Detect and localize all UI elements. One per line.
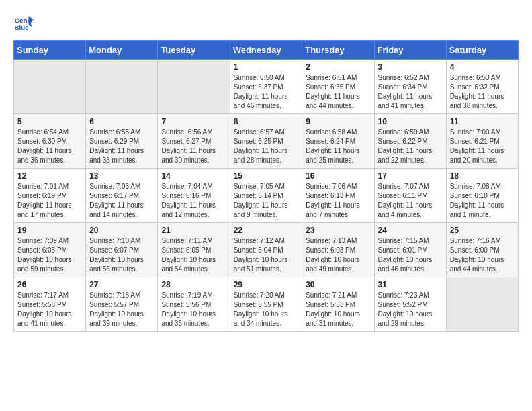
calendar-cell: 1 Sunrise: 6:50 AMSunset: 6:37 PMDayligh… [230, 60, 302, 114]
calendar-cell: 15 Sunrise: 7:05 AMSunset: 6:14 PMDaylig… [230, 169, 302, 223]
calendar-cell: 10 Sunrise: 6:59 AMSunset: 6:22 PMDaylig… [374, 114, 446, 169]
cell-content: Sunrise: 7:16 AMSunset: 6:00 PMDaylight:… [450, 236, 515, 274]
calendar-cell: 14 Sunrise: 7:04 AMSunset: 6:16 PMDaylig… [158, 169, 230, 223]
cell-content: Sunrise: 7:08 AMSunset: 6:10 PMDaylight:… [450, 182, 515, 220]
day-number: 18 [450, 171, 515, 181]
calendar-cell: 4 Sunrise: 6:53 AMSunset: 6:32 PMDayligh… [446, 60, 518, 114]
calendar-cell: 12 Sunrise: 7:01 AMSunset: 6:19 PMDaylig… [14, 169, 86, 223]
day-number: 26 [17, 280, 82, 289]
day-number: 14 [161, 171, 226, 181]
calendar-week-4: 19 Sunrise: 7:09 AMSunset: 6:08 PMDaylig… [14, 223, 519, 277]
day-number: 20 [89, 226, 154, 235]
calendar-cell: 20 Sunrise: 7:10 AMSunset: 6:07 PMDaylig… [86, 223, 158, 277]
cell-content: Sunrise: 7:21 AMSunset: 5:53 PMDaylight:… [306, 291, 370, 328]
cell-content: Sunrise: 7:20 AMSunset: 5:55 PMDaylight:… [234, 291, 299, 328]
day-number: 31 [378, 280, 443, 289]
day-number: 19 [17, 226, 82, 235]
day-number: 10 [378, 117, 443, 126]
calendar-cell [86, 60, 158, 114]
cell-content: Sunrise: 6:51 AMSunset: 6:35 PMDaylight:… [306, 73, 370, 111]
calendar-cell [14, 60, 86, 114]
weekday-header-sunday: Sunday [14, 41, 86, 60]
calendar-cell: 27 Sunrise: 7:18 AMSunset: 5:57 PMDaylig… [86, 277, 158, 332]
calendar-cell: 8 Sunrise: 6:57 AMSunset: 6:25 PMDayligh… [230, 114, 302, 169]
day-number: 8 [234, 117, 299, 126]
day-number: 12 [17, 171, 82, 181]
cell-content: Sunrise: 6:54 AMSunset: 6:30 PMDaylight:… [17, 128, 82, 165]
cell-content: Sunrise: 6:50 AMSunset: 6:37 PMDaylight:… [234, 73, 299, 111]
day-number: 9 [306, 117, 370, 126]
day-number: 21 [161, 226, 226, 235]
cell-content: Sunrise: 7:23 AMSunset: 5:52 PMDaylight:… [378, 291, 443, 328]
calendar-cell: 17 Sunrise: 7:07 AMSunset: 6:11 PMDaylig… [374, 169, 446, 223]
cell-content: Sunrise: 7:12 AMSunset: 6:04 PMDaylight:… [234, 236, 299, 274]
calendar-cell: 11 Sunrise: 7:00 AMSunset: 6:21 PMDaylig… [446, 114, 518, 169]
calendar-cell: 31 Sunrise: 7:23 AMSunset: 5:52 PMDaylig… [374, 277, 446, 332]
calendar-cell: 25 Sunrise: 7:16 AMSunset: 6:00 PMDaylig… [446, 223, 518, 277]
calendar-cell [158, 60, 230, 114]
calendar-cell: 28 Sunrise: 7:19 AMSunset: 5:56 PMDaylig… [158, 277, 230, 332]
calendar-cell: 29 Sunrise: 7:20 AMSunset: 5:55 PMDaylig… [230, 277, 302, 332]
day-number: 5 [17, 117, 82, 126]
weekday-header-tuesday: Tuesday [158, 41, 230, 60]
day-number: 22 [234, 226, 299, 235]
day-number: 30 [306, 280, 370, 289]
day-number: 11 [450, 117, 515, 126]
calendar-cell: 30 Sunrise: 7:21 AMSunset: 5:53 PMDaylig… [302, 277, 374, 332]
cell-content: Sunrise: 7:07 AMSunset: 6:11 PMDaylight:… [378, 182, 443, 220]
calendar-week-2: 5 Sunrise: 6:54 AMSunset: 6:30 PMDayligh… [14, 114, 519, 169]
calendar-week-1: 1 Sunrise: 6:50 AMSunset: 6:37 PMDayligh… [14, 60, 519, 114]
calendar-cell: 3 Sunrise: 6:52 AMSunset: 6:34 PMDayligh… [374, 60, 446, 114]
day-number: 2 [306, 62, 370, 72]
day-number: 13 [89, 171, 154, 181]
cell-content: Sunrise: 7:06 AMSunset: 6:13 PMDaylight:… [306, 182, 370, 220]
cell-content: Sunrise: 7:15 AMSunset: 6:01 PMDaylight:… [378, 236, 443, 274]
calendar-table: SundayMondayTuesdayWednesdayThursdayFrid… [13, 40, 519, 332]
calendar-week-3: 12 Sunrise: 7:01 AMSunset: 6:19 PMDaylig… [14, 169, 519, 223]
cell-content: Sunrise: 6:59 AMSunset: 6:22 PMDaylight:… [378, 128, 443, 165]
cell-content: Sunrise: 7:10 AMSunset: 6:07 PMDaylight:… [89, 236, 154, 274]
day-number: 24 [378, 226, 443, 235]
cell-content: Sunrise: 7:19 AMSunset: 5:56 PMDaylight:… [161, 291, 226, 328]
cell-content: Sunrise: 7:00 AMSunset: 6:21 PMDaylight:… [450, 128, 515, 165]
cell-content: Sunrise: 6:58 AMSunset: 6:24 PMDaylight:… [306, 128, 370, 165]
logo: General Blue [13, 13, 34, 34]
cell-content: Sunrise: 6:53 AMSunset: 6:32 PMDaylight:… [450, 73, 515, 111]
cell-content: Sunrise: 6:52 AMSunset: 6:34 PMDaylight:… [378, 73, 443, 111]
calendar-cell: 18 Sunrise: 7:08 AMSunset: 6:10 PMDaylig… [446, 169, 518, 223]
cell-content: Sunrise: 7:11 AMSunset: 6:05 PMDaylight:… [161, 236, 226, 274]
cell-content: Sunrise: 7:03 AMSunset: 6:17 PMDaylight:… [89, 182, 154, 220]
calendar-cell: 6 Sunrise: 6:55 AMSunset: 6:29 PMDayligh… [86, 114, 158, 169]
logo-icon: General Blue [13, 13, 34, 34]
calendar-cell: 7 Sunrise: 6:56 AMSunset: 6:27 PMDayligh… [158, 114, 230, 169]
calendar-cell: 21 Sunrise: 7:11 AMSunset: 6:05 PMDaylig… [158, 223, 230, 277]
calendar-cell: 5 Sunrise: 6:54 AMSunset: 6:30 PMDayligh… [14, 114, 86, 169]
calendar-cell: 2 Sunrise: 6:51 AMSunset: 6:35 PMDayligh… [302, 60, 374, 114]
cell-content: Sunrise: 6:56 AMSunset: 6:27 PMDaylight:… [161, 128, 226, 165]
day-number: 17 [378, 171, 443, 181]
day-number: 3 [378, 62, 443, 72]
calendar-cell: 13 Sunrise: 7:03 AMSunset: 6:17 PMDaylig… [86, 169, 158, 223]
cell-content: Sunrise: 7:05 AMSunset: 6:14 PMDaylight:… [234, 182, 299, 220]
cell-content: Sunrise: 7:17 AMSunset: 5:58 PMDaylight:… [17, 291, 82, 328]
calendar-cell: 22 Sunrise: 7:12 AMSunset: 6:04 PMDaylig… [230, 223, 302, 277]
calendar-cell: 23 Sunrise: 7:13 AMSunset: 6:03 PMDaylig… [302, 223, 374, 277]
day-number: 15 [234, 171, 299, 181]
cell-content: Sunrise: 7:18 AMSunset: 5:57 PMDaylight:… [89, 291, 154, 328]
weekday-header-saturday: Saturday [446, 41, 518, 60]
calendar-cell: 9 Sunrise: 6:58 AMSunset: 6:24 PMDayligh… [302, 114, 374, 169]
page-header: General Blue [13, 13, 519, 34]
day-number: 23 [306, 226, 370, 235]
cell-content: Sunrise: 7:04 AMSunset: 6:16 PMDaylight:… [161, 182, 226, 220]
day-number: 6 [89, 117, 154, 126]
cell-content: Sunrise: 6:57 AMSunset: 6:25 PMDaylight:… [234, 128, 299, 165]
calendar-cell: 26 Sunrise: 7:17 AMSunset: 5:58 PMDaylig… [14, 277, 86, 332]
weekday-header-monday: Monday [86, 41, 158, 60]
calendar-cell [446, 277, 518, 332]
day-number: 29 [234, 280, 299, 289]
day-number: 25 [450, 226, 515, 235]
day-number: 7 [161, 117, 226, 126]
svg-text:Blue: Blue [15, 24, 30, 31]
weekday-header-friday: Friday [374, 41, 446, 60]
calendar-cell: 24 Sunrise: 7:15 AMSunset: 6:01 PMDaylig… [374, 223, 446, 277]
